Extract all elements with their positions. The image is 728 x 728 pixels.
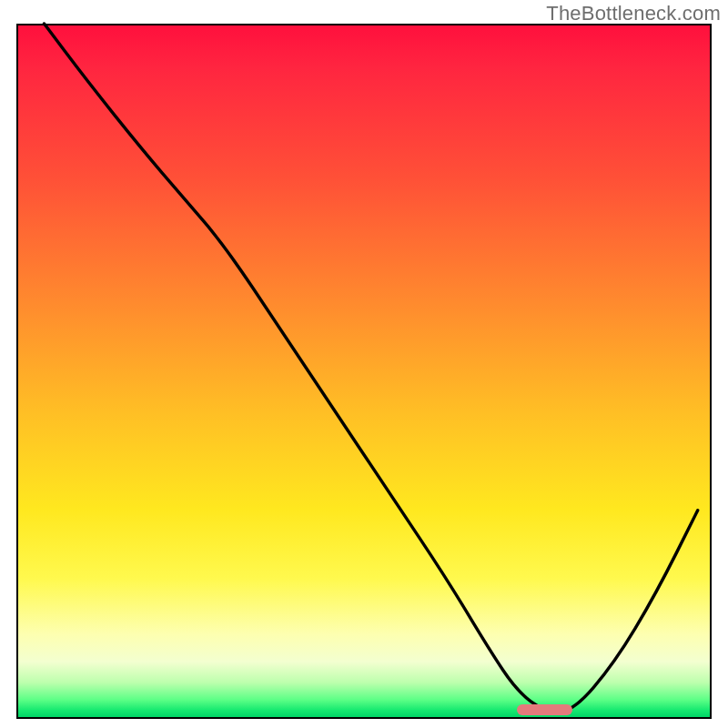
chart-container: TheBottleneck.com	[0, 0, 728, 728]
plot-area	[16, 24, 712, 719]
bottleneck-curve-path	[45, 24, 698, 712]
curve-layer	[16, 24, 712, 719]
watermark-text: TheBottleneck.com	[546, 2, 721, 25]
optimal-range-marker	[517, 704, 572, 715]
